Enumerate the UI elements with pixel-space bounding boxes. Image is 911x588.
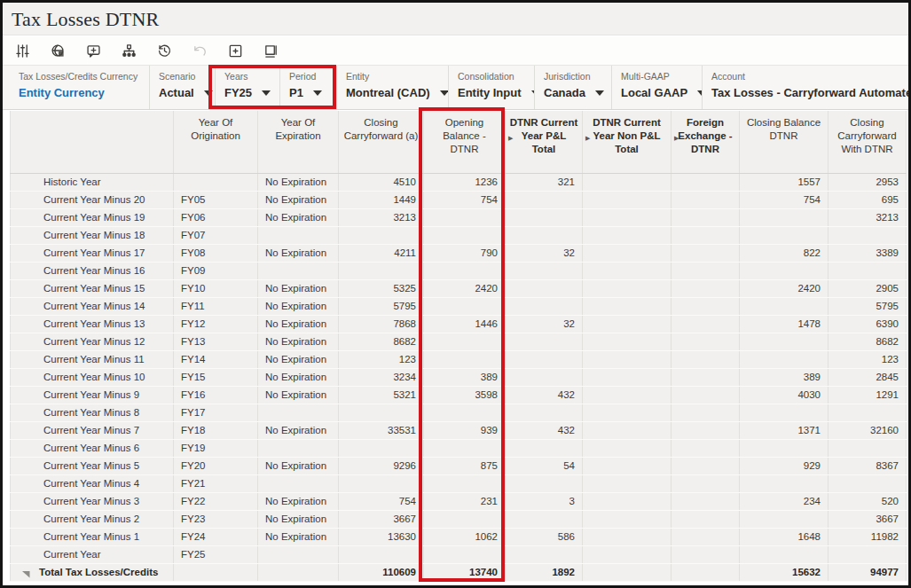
- grid-cell[interactable]: [740, 545, 829, 563]
- grid-cell[interactable]: [583, 545, 671, 563]
- grid-cell[interactable]: 231: [424, 492, 506, 510]
- hierarchy-icon[interactable]: [121, 43, 137, 59]
- grid-cell[interactable]: [583, 421, 671, 439]
- grid-cell[interactable]: [583, 208, 671, 226]
- grid-cell[interactable]: 5795: [339, 297, 424, 315]
- grid-cell[interactable]: [506, 545, 583, 563]
- grid-cell[interactable]: [424, 297, 506, 315]
- expand-column-icon[interactable]: ▶: [508, 134, 513, 142]
- grid-cell[interactable]: [671, 545, 740, 563]
- grid-cell[interactable]: 32: [506, 315, 583, 333]
- chevron-down-icon[interactable]: [595, 90, 604, 96]
- grid-cell[interactable]: [671, 457, 740, 474]
- grid-cell[interactable]: [671, 510, 740, 528]
- grid-cell[interactable]: FY18: [174, 421, 258, 439]
- grid-cell[interactable]: [740, 333, 829, 350]
- grid-cell[interactable]: [583, 439, 671, 457]
- grid-cell[interactable]: [740, 208, 829, 226]
- adjust-sliders-icon[interactable]: [14, 43, 31, 59]
- grid-cell[interactable]: [506, 191, 583, 208]
- grid-cell[interactable]: No Expiration: [258, 333, 339, 350]
- grid-cell[interactable]: 1557: [740, 173, 829, 191]
- grid-cell[interactable]: 3213: [339, 208, 424, 226]
- grid-cell[interactable]: 1291: [829, 386, 907, 404]
- grid-cell[interactable]: [506, 439, 583, 457]
- grid-cell[interactable]: 432: [506, 421, 583, 439]
- grid-cell[interactable]: 790: [424, 244, 506, 262]
- grid-cell[interactable]: 9296: [339, 457, 424, 474]
- grid-cell[interactable]: [740, 510, 829, 528]
- grid-cell[interactable]: No Expiration: [258, 528, 339, 545]
- grid-cell[interactable]: [671, 173, 740, 191]
- grid-cell[interactable]: No Expiration: [258, 492, 339, 510]
- history-icon[interactable]: [156, 43, 173, 59]
- grid-cell[interactable]: [583, 226, 671, 244]
- grid-cell[interactable]: [506, 297, 583, 315]
- grid-cell[interactable]: 5325: [339, 279, 424, 297]
- grid-cell[interactable]: [424, 545, 506, 563]
- grid-cell[interactable]: [424, 439, 506, 457]
- grid-cell[interactable]: 5795: [829, 297, 907, 315]
- grid-cell[interactable]: [829, 404, 907, 421]
- grid-cell[interactable]: [258, 439, 339, 457]
- grid-cell[interactable]: [339, 262, 424, 279]
- grid-cell[interactable]: 2905: [829, 279, 907, 297]
- pop-out-icon[interactable]: [263, 43, 279, 59]
- grid-cell[interactable]: [506, 279, 583, 297]
- grid-cell[interactable]: 33531: [339, 421, 424, 439]
- grid-cell[interactable]: 1892: [506, 563, 583, 581]
- grid-cell[interactable]: [583, 492, 671, 510]
- grid-cell[interactable]: 110609: [339, 563, 424, 581]
- grid-cell[interactable]: 32: [506, 244, 583, 262]
- grid-cell[interactable]: [671, 191, 740, 208]
- grid-cell[interactable]: [740, 297, 829, 315]
- grid-cell[interactable]: 875: [424, 457, 506, 474]
- grid-cell[interactable]: 3667: [339, 510, 424, 528]
- grid-cell[interactable]: [671, 333, 740, 350]
- pov-value[interactable]: Canada: [544, 86, 585, 99]
- grid-cell[interactable]: [339, 545, 424, 563]
- grid-cell[interactable]: [174, 173, 258, 191]
- grid-cell[interactable]: [583, 262, 671, 279]
- grid-cell[interactable]: [424, 262, 506, 279]
- grid-cell[interactable]: 94977: [829, 563, 907, 581]
- grid-cell[interactable]: FY19: [174, 439, 258, 457]
- grid-cell[interactable]: 1648: [740, 528, 829, 545]
- grid-cell[interactable]: [506, 474, 583, 492]
- grid-cell[interactable]: [671, 474, 740, 492]
- grid-cell[interactable]: FY13: [174, 333, 258, 350]
- grid-cell[interactable]: 6390: [829, 315, 907, 333]
- grid-cell[interactable]: 586: [506, 528, 583, 545]
- grid-cell[interactable]: [829, 439, 907, 457]
- grid-cell[interactable]: No Expiration: [258, 208, 339, 226]
- grid-cell[interactable]: 929: [740, 457, 829, 474]
- grid-cell[interactable]: 321: [506, 173, 583, 191]
- grid-cell[interactable]: No Expiration: [258, 279, 339, 297]
- expand-column-icon[interactable]: ▶: [674, 134, 679, 142]
- grid-cell[interactable]: [506, 350, 583, 368]
- chevron-down-icon[interactable]: [262, 90, 271, 96]
- grid-cell[interactable]: 822: [740, 244, 829, 262]
- grid-cell[interactable]: No Expiration: [258, 315, 339, 333]
- grid-cell[interactable]: [671, 563, 740, 581]
- grid-cell[interactable]: [671, 492, 740, 510]
- pov-value[interactable]: Entity Currency: [19, 86, 105, 99]
- chevron-down-icon[interactable]: [204, 90, 213, 96]
- grid-cell[interactable]: [583, 457, 671, 474]
- grid-cell[interactable]: 13630: [339, 528, 424, 545]
- chevron-down-icon[interactable]: [313, 90, 322, 96]
- grid-cell[interactable]: No Expiration: [258, 386, 339, 404]
- grid-cell[interactable]: [829, 226, 907, 244]
- grid-cell[interactable]: No Expiration: [258, 244, 339, 262]
- grid-cell[interactable]: [671, 350, 740, 368]
- grid-cell[interactable]: [506, 368, 583, 386]
- grid-cell[interactable]: 389: [424, 368, 506, 386]
- grid-cell[interactable]: [258, 226, 339, 244]
- grid-cell[interactable]: [583, 173, 671, 191]
- pov-value[interactable]: P1: [289, 86, 303, 99]
- grid-cell[interactable]: FY14: [174, 350, 258, 368]
- grid-cell[interactable]: [258, 404, 339, 421]
- grid-cell[interactable]: 2845: [829, 368, 907, 386]
- grid-cell[interactable]: 15632: [740, 563, 829, 581]
- grid-cell[interactable]: 4211: [339, 244, 424, 262]
